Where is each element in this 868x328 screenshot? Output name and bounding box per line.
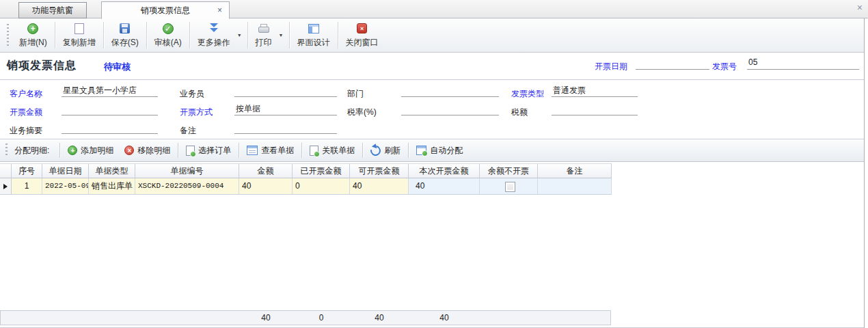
toolbar-separator	[338, 22, 338, 49]
cell-invoiced: 0	[293, 178, 350, 195]
cell-seq: 1	[12, 178, 42, 195]
panel-right-border	[864, 18, 865, 328]
detail-separator	[301, 143, 302, 158]
summary-available: 40	[350, 313, 409, 323]
tax-amount-label: 税额	[511, 107, 528, 118]
remark-field[interactable]	[234, 122, 337, 134]
detail-toolbar: 分配明细: + 添加明细 × 移除明细 选择订单 查看单据 关联单据 刷新 自动…	[0, 139, 865, 162]
invoice-date-field[interactable]	[636, 57, 709, 70]
customer-label: 客户名称	[10, 88, 42, 100]
print-button[interactable]: 打印	[249, 18, 278, 52]
tax-rate-field[interactable]	[401, 103, 499, 115]
tab-label: 功能导航窗	[32, 5, 73, 15]
column-header-remark[interactable]: 备注	[538, 163, 612, 178]
more-actions-dropdown-arrow[interactable]: ▼	[236, 18, 246, 52]
refresh-icon	[368, 144, 383, 158]
print-dropdown-arrow[interactable]: ▼	[278, 18, 288, 52]
auto-assign-button[interactable]: 自动分配	[411, 142, 468, 159]
more-actions-button[interactable]: 更多操作	[191, 18, 236, 52]
select-order-button[interactable]: 选择订单	[180, 142, 236, 159]
tax-rate-label: 税率(%)	[347, 107, 377, 118]
cell-current[interactable]: 40	[409, 178, 480, 195]
tab-sales-invoice-info[interactable]: 销项发票信息 ×	[101, 1, 230, 19]
close-icon: ×	[357, 23, 367, 33]
plus-icon: +	[27, 23, 38, 34]
copy-icon	[74, 23, 84, 34]
column-header-doc-no[interactable]: 单据编号	[135, 163, 239, 178]
plus-icon: +	[68, 146, 77, 155]
invoice-date-label: 开票日期	[595, 61, 627, 72]
summary-current: 40	[409, 313, 480, 323]
cell-available: 40	[350, 178, 409, 195]
cell-remark[interactable]	[538, 178, 612, 195]
cell-doc-date: 2022-05-09	[42, 178, 89, 195]
grid-summary-row: 40 0 40 40	[0, 310, 611, 325]
new-button[interactable]: + 新增(N)	[13, 18, 53, 52]
copy-new-button[interactable]: 复制新增	[57, 18, 102, 52]
remove-icon: ×	[124, 146, 134, 155]
save-button[interactable]: 保存(S)	[105, 18, 145, 52]
remove-detail-button[interactable]: × 移除明细	[119, 142, 176, 159]
business-summary-label: 业务摘要	[10, 125, 42, 137]
business-summary-field[interactable]	[62, 122, 158, 134]
detail-toolbar-grip-handle[interactable]	[5, 144, 8, 157]
refresh-button[interactable]: 刷新	[365, 142, 406, 159]
double-chevron-down-icon	[208, 23, 219, 34]
tab-close-icon[interactable]: ×	[217, 2, 222, 18]
summary-invoiced: 0	[293, 313, 350, 323]
view-document-button[interactable]: 查看单据	[241, 142, 299, 159]
department-field[interactable]	[401, 85, 499, 97]
audit-button[interactable]: ✓ 审核(A)	[148, 18, 188, 52]
add-detail-button[interactable]: + 添加明细	[62, 142, 119, 159]
window-close-icon[interactable]: ×	[857, 3, 863, 12]
detail-separator	[178, 143, 178, 158]
cell-doc-no: XSCKD-20220509-0004	[135, 178, 239, 195]
view-document-icon	[247, 146, 258, 155]
toolbar-grip-handle[interactable]	[7, 24, 9, 46]
status-badge: 待审核	[104, 61, 131, 73]
column-header-current[interactable]: 本次开票金额	[409, 163, 480, 178]
no-balance-checkbox[interactable]	[505, 182, 515, 192]
table-row[interactable]: 1 2022-05-09 销售出库单 XSCKD-20220509-0004 4…	[0, 178, 612, 195]
column-header-doc-type[interactable]: 单据类型	[89, 163, 135, 178]
save-icon	[120, 23, 130, 33]
detail-separator	[362, 143, 363, 158]
page-title: 销项发票信息	[7, 59, 77, 73]
invoice-method-field[interactable]: 按单据	[234, 103, 337, 115]
row-indicator	[0, 178, 12, 195]
detail-separator	[239, 143, 239, 158]
column-header-no-balance[interactable]: 余额不开票	[480, 163, 538, 178]
invoice-amount-label: 开票金额	[10, 107, 42, 118]
cell-no-balance	[480, 178, 538, 195]
invoice-no-label: 发票号	[712, 61, 737, 72]
link-document-button[interactable]: 关联单据	[304, 142, 360, 159]
invoice-type-field[interactable]: 普通发票	[552, 85, 638, 97]
invoice-method-label: 开票方式	[180, 107, 213, 118]
ui-design-button[interactable]: 界面设计	[291, 18, 336, 52]
summary-amount: 40	[239, 313, 293, 323]
title-row: 销项发票信息 待审核 开票日期 发票号 05	[0, 53, 865, 80]
detail-grid: 序号 单据日期 单据类型 单据编号 金额 已开票金额 可开票金额 本次开票金额 …	[0, 162, 865, 328]
document-plus-icon	[310, 146, 318, 156]
salesman-field[interactable]	[234, 85, 337, 97]
current-row-arrow-icon	[3, 184, 8, 189]
column-header-seq[interactable]: 序号	[12, 163, 42, 178]
customer-field[interactable]: 星星文具第一小学店	[62, 85, 158, 97]
grid-header-row: 序号 单据日期 单据类型 单据编号 金额 已开票金额 可开票金额 本次开票金额 …	[0, 163, 612, 178]
column-header-invoiced[interactable]: 已开票金额	[293, 163, 350, 178]
detail-section-label: 分配明细:	[14, 145, 49, 156]
column-header-doc-date[interactable]: 单据日期	[42, 163, 89, 178]
tab-bar: 功能导航窗 销项发票信息 × ×	[0, 0, 868, 18]
detail-separator	[408, 143, 409, 158]
cell-doc-type: 销售出库单	[89, 178, 135, 195]
invoice-amount-field[interactable]	[62, 103, 158, 115]
column-header-amount[interactable]: 金额	[239, 163, 293, 178]
column-header-available[interactable]: 可开票金额	[350, 163, 409, 178]
toolbar-separator	[55, 22, 55, 49]
check-icon: ✓	[163, 23, 174, 34]
close-window-button[interactable]: × 关闭窗口	[340, 18, 385, 52]
tab-function-navigation[interactable]: 功能导航窗	[18, 2, 87, 18]
invoice-no-field[interactable]: 05	[747, 57, 859, 70]
tax-amount-field[interactable]	[552, 103, 638, 115]
cell-amount: 40	[239, 178, 293, 195]
